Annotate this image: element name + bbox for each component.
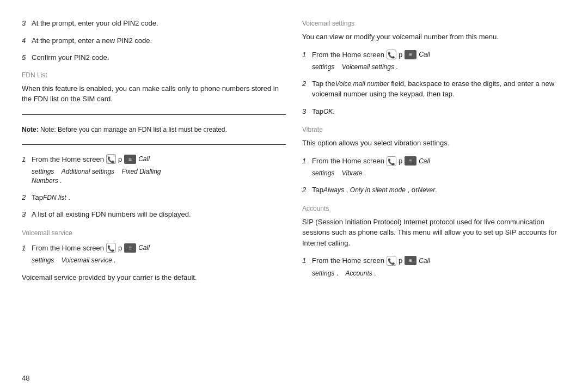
section-title-fdn: FDN List xyxy=(22,71,286,79)
voicemail-service-body: Voicemail service provided by your carri… xyxy=(22,272,286,283)
step-sub: settings Additional settings Fixed Diall… xyxy=(32,167,161,186)
fdn-step-2: 2 TapFDN list . xyxy=(22,192,286,203)
tap-p: p xyxy=(399,50,402,60)
divider-2 xyxy=(22,144,286,145)
call-label: Call xyxy=(419,156,430,166)
item-number: 4 xyxy=(22,35,29,46)
step-sub: settings . Accounts . xyxy=(312,269,376,278)
step-text: TapFDN list . xyxy=(32,192,70,203)
fdn-step-3: 3 A list of all existing FDN numbers wil… xyxy=(22,209,286,220)
step-text: A list of all existing FDN numbers will … xyxy=(32,209,191,220)
list-item: 3 At the prompt, enter your old PIN2 cod… xyxy=(22,18,286,29)
vibrate-intro: This option allows you select vibration … xyxy=(302,138,566,149)
step-number: 1 xyxy=(22,154,29,165)
note-text: Note: Before you can manage an FDN list … xyxy=(40,126,227,133)
italic-label: Voice mail number xyxy=(335,80,389,88)
step-text: From the Home screen xyxy=(32,154,104,165)
tap-label: p xyxy=(118,154,122,165)
tap-p: p xyxy=(118,243,122,254)
phone-icon: 📞 xyxy=(387,156,396,166)
vs-step-1: 1 From the Home screen 📞 p ≡ Call settin… xyxy=(302,50,566,72)
italic-label-3: Never xyxy=(418,186,435,194)
phone-icon: 📞 xyxy=(106,243,116,253)
step-number: 1 xyxy=(302,255,310,266)
italic-label-2: Only in silent mode xyxy=(350,186,406,194)
step-sub: settings Vibrate . xyxy=(312,169,366,178)
section-title-voicemail: Voicemail service xyxy=(22,229,286,237)
menu-icon: ≡ xyxy=(405,156,416,166)
vs-step-2: 2 Tap theVoice mail number field, backsp… xyxy=(302,78,566,100)
step-text: From the Home screen xyxy=(312,255,384,266)
fdn-step-1: 1 From the Home screen 📞 p ≡ Call settin… xyxy=(22,154,286,186)
right-column: Voicemail settings You can view or modif… xyxy=(302,16,566,381)
step-number: 3 xyxy=(22,209,29,220)
vs-step-3: 3 TapOK. xyxy=(302,106,566,117)
menu-icon: ≡ xyxy=(124,243,136,253)
item-number: 3 xyxy=(22,18,29,29)
fdn-note: Note: Note: Before you can manage an FDN… xyxy=(22,126,286,133)
step-number: 1 xyxy=(22,243,29,254)
item-number: 5 xyxy=(22,52,29,63)
call-label: Call xyxy=(138,243,150,253)
step-text: Tap theVoice mail number field, backspac… xyxy=(312,78,566,100)
step-number: 1 xyxy=(302,156,310,167)
voicemail-step-1: 1 From the Home screen 📞 p ≡ Call settin… xyxy=(22,243,286,265)
vib-step-2: 2 TapAlways , Only in silent mode , orNe… xyxy=(302,185,566,195)
call-label: Call xyxy=(419,50,430,59)
acc-step-1: 1 From the Home screen 📞 p ≡ Call settin… xyxy=(302,255,566,278)
section-title-vibrate: Vibrate xyxy=(302,126,566,133)
vs-intro: You can view or modify your voicemail nu… xyxy=(302,32,566,42)
step-suffix: Call xyxy=(138,154,150,164)
call-label: Call xyxy=(419,256,430,266)
menu-icon: ≡ xyxy=(124,155,136,164)
step-number: 1 xyxy=(302,50,310,60)
fdn-body: When this feature is enabled, you can ma… xyxy=(22,83,286,105)
menu-icon: ≡ xyxy=(405,50,416,59)
tap-p: p xyxy=(399,156,402,167)
note-label: Note: xyxy=(22,126,40,133)
list-item: 5 Confirm your PIN2 code. xyxy=(22,52,286,63)
item-text: Confirm your PIN2 code. xyxy=(32,52,109,63)
step-text: From the Home screen xyxy=(312,50,384,60)
vib-step-1: 1 From the Home screen 📞 p ≡ Call settin… xyxy=(302,156,566,178)
item-text: At the prompt, enter a new PIN2 code. xyxy=(32,35,152,46)
step-text: TapAlways , Only in silent mode , orNeve… xyxy=(312,185,437,195)
step-text: TapOK. xyxy=(312,106,335,117)
phone-icon: 📞 xyxy=(387,50,396,59)
italic-label: OK xyxy=(323,108,333,115)
divider xyxy=(22,114,286,115)
accounts-body: SIP (Session Initiation Protocol) Intern… xyxy=(302,217,566,249)
step-text: From the Home screen xyxy=(312,156,384,167)
step-number: 2 xyxy=(302,185,310,195)
page-number: 48 xyxy=(22,374,29,382)
left-column: 3 At the prompt, enter your old PIN2 cod… xyxy=(22,16,286,381)
italic-label: FDN list xyxy=(43,194,66,201)
step-number: 2 xyxy=(22,192,29,203)
list-item: 4 At the prompt, enter a new PIN2 code. xyxy=(22,35,286,46)
page-container: 3 At the prompt, enter your old PIN2 cod… xyxy=(0,0,588,392)
section-title-vs: Voicemail settings xyxy=(302,20,566,27)
tap-p: p xyxy=(399,255,402,266)
phone-icon: 📞 xyxy=(106,154,116,164)
section-title-accounts: Accounts xyxy=(302,205,566,212)
step-sub: settings Voicemail settings . xyxy=(312,63,398,72)
step-number: 3 xyxy=(302,106,310,117)
step-number: 2 xyxy=(302,78,310,89)
item-text: At the prompt, enter your old PIN2 code. xyxy=(32,18,158,29)
phone-icon: 📞 xyxy=(387,256,396,266)
step-sub: settings Voicemail service . xyxy=(32,256,115,265)
menu-icon: ≡ xyxy=(405,256,416,265)
step-text: From the Home screen xyxy=(32,243,104,254)
italic-label: Always xyxy=(323,186,344,194)
